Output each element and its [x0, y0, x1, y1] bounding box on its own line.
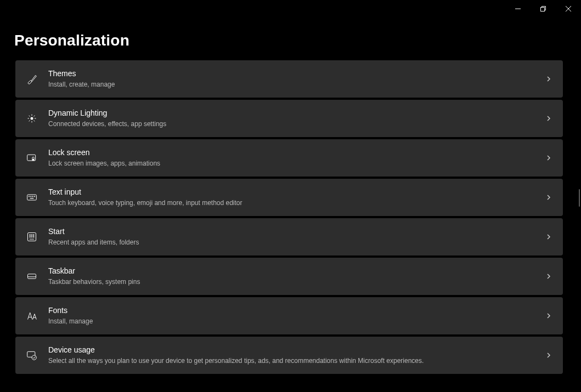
item-text: Start Recent apps and items, folders [48, 226, 545, 247]
window-titlebar [505, 0, 581, 18]
settings-item-text-input[interactable]: Text input Touch keyboard, voice typing,… [15, 179, 563, 216]
scrollbar-thumb[interactable] [579, 189, 580, 207]
svg-rect-29 [28, 274, 36, 279]
lock-screen-icon [25, 151, 38, 164]
chevron-right-icon [545, 154, 554, 162]
chevron-right-icon [545, 351, 554, 360]
item-desc: Install, create, manage [48, 80, 545, 89]
item-text: Taskbar Taskbar behaviors, system pins [48, 266, 545, 286]
settings-item-themes[interactable]: Themes Install, create, manage [15, 60, 563, 98]
svg-rect-15 [27, 195, 37, 200]
item-title: Dynamic Lighting [48, 108, 545, 119]
item-title: Start [48, 226, 545, 237]
item-title: Taskbar [48, 266, 545, 277]
svg-point-26 [31, 236, 32, 237]
svg-point-16 [29, 196, 29, 197]
start-icon [25, 230, 38, 243]
item-text: Text input Touch keyboard, voice typing,… [48, 187, 545, 207]
item-desc: Recent apps and items, folders [48, 238, 545, 247]
device-usage-icon [25, 349, 38, 362]
item-text: Dynamic Lighting Connected devices, effe… [48, 108, 545, 128]
svg-point-19 [34, 196, 35, 197]
item-desc: Taskbar behaviors, system pins [48, 277, 545, 287]
settings-item-taskbar[interactable]: Taskbar Taskbar behaviors, system pins [15, 258, 563, 295]
svg-point-4 [31, 117, 33, 120]
item-text: Lock screen Lock screen images, apps, an… [48, 147, 545, 168]
settings-item-dynamic-lighting[interactable]: Dynamic Lighting Connected devices, effe… [15, 100, 563, 137]
item-desc: Connected devices, effects, app settings [48, 120, 545, 129]
item-desc: Select all the ways you plan to use your… [48, 356, 545, 366]
item-text: Themes Install, create, manage [48, 69, 545, 89]
svg-point-17 [31, 196, 31, 197]
svg-point-25 [30, 236, 31, 237]
chevron-right-icon [545, 75, 554, 83]
item-text: Device usage Select all the ways you pla… [48, 345, 545, 365]
item-desc: Lock screen images, apps, animations [48, 159, 545, 168]
settings-item-device-usage[interactable]: Device usage Select all the ways you pla… [15, 337, 563, 374]
item-title: Device usage [48, 345, 545, 356]
minimize-button[interactable] [505, 0, 531, 18]
item-title: Fonts [48, 305, 545, 316]
close-button[interactable] [556, 0, 581, 18]
item-title: Themes [48, 69, 545, 79]
svg-point-23 [31, 235, 32, 236]
light-icon [25, 112, 38, 125]
taskbar-icon [25, 270, 38, 283]
svg-point-32 [32, 355, 36, 360]
item-title: Lock screen [48, 147, 545, 158]
settings-item-start[interactable]: Start Recent apps and items, folders [15, 218, 563, 255]
svg-line-10 [34, 121, 35, 122]
settings-item-fonts[interactable]: Fonts Install, manage [15, 297, 563, 334]
chevron-right-icon [545, 232, 554, 241]
settings-list: Themes Install, create, manage Dynamic L… [15, 60, 563, 376]
svg-point-27 [33, 236, 35, 237]
page-title: Personalization [14, 32, 129, 49]
keyboard-icon [25, 191, 38, 204]
chevron-right-icon [545, 272, 554, 281]
svg-point-24 [33, 235, 35, 236]
svg-point-18 [32, 196, 33, 197]
brush-icon [25, 72, 38, 86]
chevron-right-icon [545, 193, 554, 202]
svg-line-12 [34, 116, 35, 117]
item-text: Fonts Install, manage [48, 305, 545, 326]
svg-point-22 [30, 235, 31, 236]
settings-item-lock-screen[interactable]: Lock screen Lock screen images, apps, an… [15, 139, 563, 177]
item-title: Text input [48, 187, 545, 198]
svg-line-9 [29, 116, 30, 117]
chevron-right-icon [545, 311, 554, 320]
chevron-right-icon [545, 114, 554, 123]
fonts-icon [25, 309, 38, 322]
item-desc: Install, manage [48, 317, 545, 326]
maximize-button[interactable] [531, 0, 556, 18]
svg-rect-14 [32, 159, 34, 161]
svg-rect-1 [541, 8, 545, 12]
svg-line-11 [29, 121, 30, 122]
item-desc: Touch keyboard, voice typing, emoji and … [48, 198, 545, 208]
